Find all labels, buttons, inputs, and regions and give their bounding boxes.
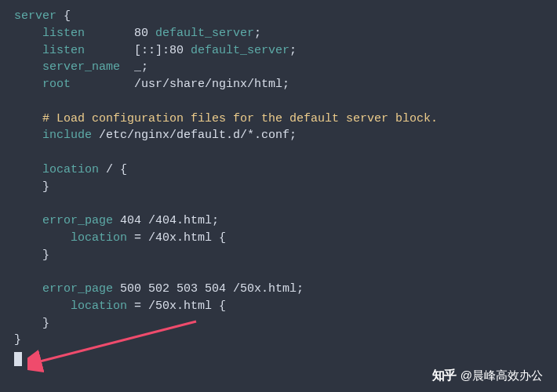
semicolon: ; — [282, 78, 289, 91]
keyword-location: location — [42, 163, 99, 176]
keyword-include: include — [42, 129, 92, 142]
keyword-errorpage: error_page — [42, 282, 113, 296]
semicolon: ; — [289, 129, 297, 142]
semicolon: ; — [212, 214, 219, 227]
keyword-server: server — [14, 9, 56, 23]
default-server: default_server — [191, 44, 289, 57]
port-80: 80 — [134, 27, 155, 40]
semicolon: ; — [289, 44, 297, 57]
zhihu-logo: 知乎 — [432, 366, 456, 384]
underscore: _ — [134, 60, 141, 74]
brace-close: } — [42, 317, 49, 330]
location-50x: = /50x.html { — [127, 299, 226, 313]
keyword-location: location — [71, 299, 127, 313]
error-50x: 500 502 503 504 /50x.html — [113, 282, 297, 296]
semicolon: ; — [297, 282, 304, 296]
default-server: default_server — [155, 27, 254, 40]
root-path: /usr/share/nginx/html — [134, 78, 282, 91]
semicolon: ; — [254, 27, 261, 40]
brace-close: } — [42, 180, 49, 194]
semicolon: ; — [141, 60, 148, 74]
location-40x: = /40x.html { — [127, 231, 226, 245]
error-404: 404 /404.html — [113, 214, 212, 227]
keyword-location: location — [71, 231, 127, 245]
keyword-errorpage: error_page — [42, 214, 113, 227]
keyword-servername: server_name — [42, 60, 120, 74]
brace-open: { — [56, 9, 71, 23]
keyword-listen: listen — [42, 27, 85, 40]
keyword-root: root — [42, 78, 71, 91]
ipv6-port: [::]:80 — [134, 44, 191, 57]
include-path: /etc/nginx/default.d/*.conf — [92, 129, 289, 142]
watermark: 知乎 @晨峰高效办公 — [432, 366, 543, 384]
nginx-config-code: server { listen 80 default_server; liste… — [14, 8, 543, 372]
location-root: / { — [99, 163, 127, 176]
comment-line: # Load configuration files for the defau… — [42, 112, 438, 125]
brace-close-outer: } — [14, 333, 21, 347]
watermark-author: @晨峰高效办公 — [461, 367, 543, 384]
brace-close: } — [42, 249, 49, 262]
terminal-cursor — [14, 352, 22, 366]
keyword-listen: listen — [42, 44, 85, 57]
